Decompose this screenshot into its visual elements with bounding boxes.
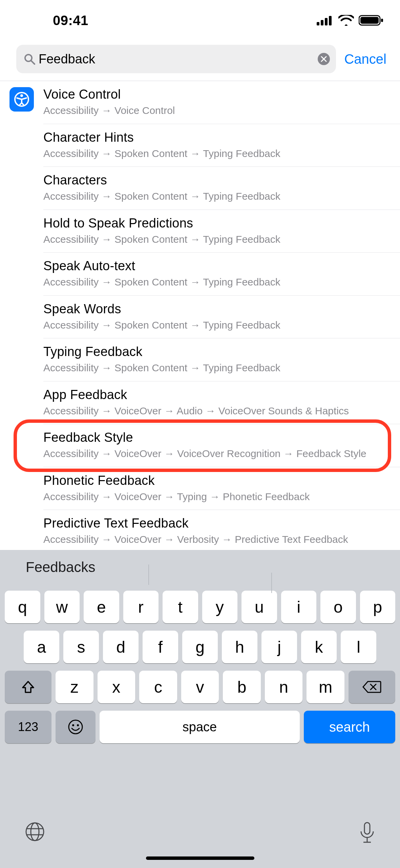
keyboard: Feedbacks qwertyuiop asdfghjkl zxcvbnm 1… — [0, 550, 400, 868]
status-bar: 09:41 — [0, 0, 400, 41]
accessibility-icon — [9, 87, 34, 112]
svg-rect-5 — [360, 17, 379, 24]
result-path: Accessibility → Spoken Content → Typing … — [43, 190, 386, 203]
result-row[interactable]: CharactersAccessibility → Spoken Content… — [43, 167, 400, 210]
key-a[interactable]: a — [24, 631, 59, 663]
key-c[interactable]: c — [139, 671, 177, 703]
result-title: Voice Control — [43, 87, 386, 102]
svg-point-17 — [77, 724, 79, 726]
result-title: Phonetic Feedback — [43, 473, 386, 488]
key-i[interactable]: i — [281, 591, 317, 623]
cellular-icon — [317, 15, 334, 25]
key-w[interactable]: w — [44, 591, 80, 623]
globe-icon[interactable] — [24, 821, 45, 842]
svg-rect-2 — [325, 18, 328, 25]
svg-rect-6 — [381, 19, 383, 22]
result-row[interactable]: Feedback StyleAccessibility → VoiceOver … — [43, 424, 400, 467]
key-m[interactable]: m — [307, 671, 344, 703]
result-row[interactable]: Speak Auto-textAccessibility → Spoken Co… — [43, 253, 400, 296]
key-l[interactable]: l — [341, 631, 376, 663]
svg-point-16 — [72, 724, 74, 726]
clear-icon — [321, 56, 327, 62]
key-e[interactable]: e — [84, 591, 119, 623]
key-k[interactable]: k — [301, 631, 337, 663]
svg-point-18 — [26, 823, 44, 841]
battery-icon — [359, 15, 384, 26]
result-title: Hold to Speak Predictions — [43, 216, 386, 231]
result-path: Accessibility → Spoken Content → Typing … — [43, 233, 386, 246]
result-title: Character Hints — [43, 130, 386, 145]
key-d[interactable]: d — [103, 631, 139, 663]
result-title: Feedback Style — [43, 430, 386, 445]
result-title: App Feedback — [43, 388, 386, 402]
result-row[interactable]: Voice ControlAccessibility → Voice Contr… — [43, 81, 400, 124]
result-row[interactable]: App FeedbackAccessibility → VoiceOver → … — [43, 381, 400, 425]
numbers-key[interactable]: 123 — [5, 711, 51, 743]
key-x[interactable]: x — [98, 671, 135, 703]
result-row[interactable]: Speak WordsAccessibility → Spoken Conten… — [43, 296, 400, 339]
result-title: Characters — [43, 173, 386, 188]
result-row[interactable]: Predictive Text FeedbackAccessibility → … — [43, 510, 400, 550]
result-path: Accessibility → VoiceOver → Verbosity → … — [43, 533, 386, 547]
result-path: Accessibility → Spoken Content → Typing … — [43, 361, 386, 375]
result-path: Accessibility → Voice Control — [43, 104, 386, 118]
search-field[interactable] — [16, 45, 336, 73]
key-q[interactable]: q — [5, 591, 40, 623]
key-h[interactable]: h — [222, 631, 257, 663]
home-indicator[interactable] — [146, 856, 254, 860]
search-header: Cancel — [0, 41, 400, 81]
key-s[interactable]: s — [63, 631, 99, 663]
key-v[interactable]: v — [181, 671, 219, 703]
svg-point-12 — [20, 94, 23, 97]
shift-key[interactable] — [5, 671, 51, 703]
emoji-key[interactable] — [56, 711, 96, 743]
keyboard-suggestions: Feedbacks — [0, 550, 400, 585]
cancel-button[interactable]: Cancel — [344, 52, 386, 67]
key-u[interactable]: u — [241, 591, 277, 623]
key-r[interactable]: r — [123, 591, 159, 623]
key-p[interactable]: p — [360, 591, 396, 623]
result-row[interactable]: Hold to Speak PredictionsAccessibility →… — [43, 210, 400, 253]
result-path: Accessibility → VoiceOver → VoiceOver Re… — [43, 447, 386, 461]
search-icon — [24, 53, 35, 65]
svg-rect-1 — [321, 20, 323, 25]
svg-line-8 — [31, 61, 35, 64]
key-t[interactable]: t — [163, 591, 198, 623]
wifi-icon — [338, 15, 354, 26]
svg-point-15 — [69, 720, 82, 734]
result-path: Accessibility → VoiceOver → Typing → Pho… — [43, 490, 386, 504]
key-n[interactable]: n — [265, 671, 303, 703]
result-path: Accessibility → VoiceOver → Audio → Voic… — [43, 404, 386, 418]
svg-rect-0 — [317, 22, 319, 25]
search-input[interactable] — [39, 52, 314, 66]
key-f[interactable]: f — [143, 631, 178, 663]
result-title: Speak Auto-text — [43, 259, 386, 273]
search-results: Voice ControlAccessibility → Voice Contr… — [0, 81, 400, 550]
svg-rect-22 — [364, 823, 370, 834]
key-b[interactable]: b — [223, 671, 261, 703]
result-path: Accessibility → Spoken Content → Typing … — [43, 318, 386, 332]
result-path: Accessibility → Spoken Content → Typing … — [43, 275, 386, 289]
result-title: Typing Feedback — [43, 344, 386, 359]
result-row[interactable]: Typing FeedbackAccessibility → Spoken Co… — [43, 338, 400, 381]
search-key[interactable]: search — [304, 711, 395, 743]
space-key[interactable]: space — [100, 711, 300, 743]
status-time: 09:41 — [53, 13, 88, 28]
status-icons — [317, 15, 384, 26]
key-j[interactable]: j — [261, 631, 297, 663]
clear-search-button[interactable] — [318, 53, 330, 65]
emoji-icon — [67, 719, 84, 735]
key-z[interactable]: z — [56, 671, 93, 703]
dictation-icon[interactable] — [358, 821, 376, 846]
result-row[interactable]: Character HintsAccessibility → Spoken Co… — [43, 124, 400, 167]
key-g[interactable]: g — [182, 631, 218, 663]
result-title: Predictive Text Feedback — [43, 516, 386, 531]
svg-rect-3 — [329, 16, 332, 25]
suggestion-1[interactable]: Feedbacks — [5, 559, 149, 575]
svg-point-19 — [31, 823, 39, 841]
key-o[interactable]: o — [320, 591, 356, 623]
key-y[interactable]: y — [202, 591, 238, 623]
backspace-key[interactable] — [349, 671, 395, 703]
result-row[interactable]: Phonetic FeedbackAccessibility → VoiceOv… — [43, 467, 400, 510]
result-title: Speak Words — [43, 302, 386, 316]
